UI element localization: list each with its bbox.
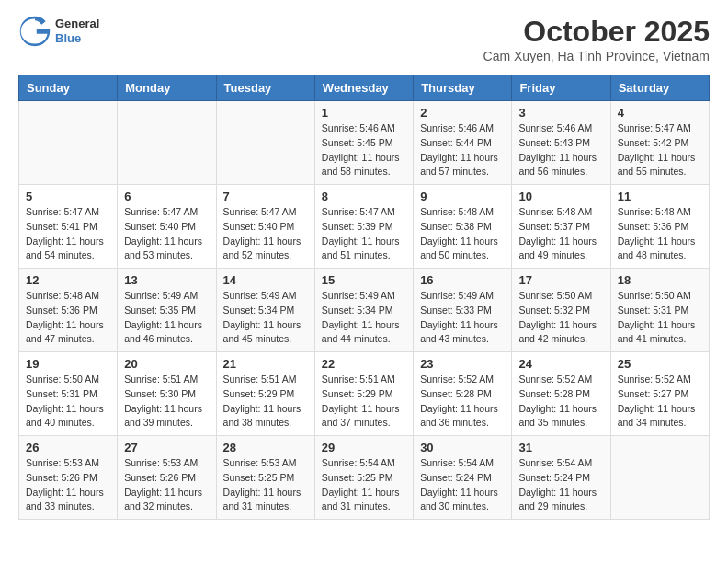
day-number: 28	[223, 441, 308, 454]
month-title: October 2025	[483, 15, 710, 49]
column-header-friday: Friday	[512, 75, 610, 101]
calendar-cell: 22Sunrise: 5:51 AM Sunset: 5:29 PM Dayli…	[314, 352, 413, 436]
column-header-sunday: Sunday	[19, 75, 118, 101]
day-number: 26	[26, 441, 110, 454]
day-info: Sunrise: 5:51 AM Sunset: 5:30 PM Dayligh…	[124, 373, 209, 431]
column-header-wednesday: Wednesday	[314, 75, 413, 101]
day-info: Sunrise: 5:49 AM Sunset: 5:34 PM Dayligh…	[322, 289, 406, 347]
day-number: 13	[124, 273, 209, 287]
day-number: 27	[124, 441, 209, 454]
calendar-cell: 26Sunrise: 5:53 AM Sunset: 5:26 PM Dayli…	[19, 436, 118, 520]
day-number: 22	[322, 357, 406, 371]
calendar-cell: 7Sunrise: 5:47 AM Sunset: 5:40 PM Daylig…	[216, 185, 314, 269]
calendar-cell: 13Sunrise: 5:49 AM Sunset: 5:35 PM Dayli…	[118, 269, 216, 352]
day-info: Sunrise: 5:46 AM Sunset: 5:44 PM Dayligh…	[420, 121, 505, 179]
calendar-week-row: 12Sunrise: 5:48 AM Sunset: 5:36 PM Dayli…	[19, 269, 710, 352]
column-header-saturday: Saturday	[610, 75, 709, 101]
day-info: Sunrise: 5:49 AM Sunset: 5:34 PM Dayligh…	[223, 289, 308, 347]
calendar-cell: 14Sunrise: 5:49 AM Sunset: 5:34 PM Dayli…	[216, 269, 314, 352]
day-info: Sunrise: 5:49 AM Sunset: 5:35 PM Dayligh…	[124, 289, 209, 347]
calendar-cell: 24Sunrise: 5:52 AM Sunset: 5:28 PM Dayli…	[512, 352, 610, 436]
calendar-cell: 2Sunrise: 5:46 AM Sunset: 5:44 PM Daylig…	[414, 101, 512, 185]
calendar-cell: 25Sunrise: 5:52 AM Sunset: 5:27 PM Dayli…	[610, 352, 709, 436]
day-number: 14	[223, 273, 308, 287]
day-info: Sunrise: 5:48 AM Sunset: 5:36 PM Dayligh…	[618, 205, 702, 263]
logo-icon	[18, 15, 51, 48]
day-info: Sunrise: 5:47 AM Sunset: 5:40 PM Dayligh…	[223, 205, 308, 263]
day-number: 2	[420, 106, 505, 120]
day-number: 4	[618, 106, 702, 120]
calendar-cell	[610, 436, 709, 520]
column-header-thursday: Thursday	[414, 75, 512, 101]
calendar-cell: 29Sunrise: 5:54 AM Sunset: 5:25 PM Dayli…	[314, 436, 413, 520]
calendar-cell: 3Sunrise: 5:46 AM Sunset: 5:43 PM Daylig…	[512, 101, 610, 185]
day-info: Sunrise: 5:52 AM Sunset: 5:28 PM Dayligh…	[420, 373, 505, 431]
day-info: Sunrise: 5:47 AM Sunset: 5:39 PM Dayligh…	[322, 205, 406, 263]
day-info: Sunrise: 5:50 AM Sunset: 5:32 PM Dayligh…	[518, 289, 603, 347]
day-number: 29	[322, 441, 406, 454]
calendar-cell: 12Sunrise: 5:48 AM Sunset: 5:36 PM Dayli…	[19, 269, 118, 352]
day-info: Sunrise: 5:47 AM Sunset: 5:40 PM Dayligh…	[124, 205, 209, 263]
calendar-cell: 17Sunrise: 5:50 AM Sunset: 5:32 PM Dayli…	[512, 269, 610, 352]
calendar-cell	[19, 101, 118, 185]
calendar-cell: 6Sunrise: 5:47 AM Sunset: 5:40 PM Daylig…	[118, 185, 216, 269]
day-info: Sunrise: 5:50 AM Sunset: 5:31 PM Dayligh…	[26, 373, 110, 431]
day-number: 1	[322, 106, 406, 120]
calendar-cell: 21Sunrise: 5:51 AM Sunset: 5:29 PM Dayli…	[216, 352, 314, 436]
calendar-week-row: 5Sunrise: 5:47 AM Sunset: 5:41 PM Daylig…	[19, 185, 710, 269]
day-number: 24	[518, 357, 603, 371]
day-number: 23	[420, 357, 505, 371]
day-number: 3	[518, 106, 603, 120]
calendar-cell: 10Sunrise: 5:48 AM Sunset: 5:37 PM Dayli…	[512, 185, 610, 269]
day-number: 19	[26, 357, 110, 371]
logo: General Blue	[18, 15, 99, 48]
day-info: Sunrise: 5:53 AM Sunset: 5:26 PM Dayligh…	[26, 456, 110, 514]
calendar-cell	[216, 101, 314, 185]
day-number: 5	[26, 190, 110, 203]
calendar-cell: 23Sunrise: 5:52 AM Sunset: 5:28 PM Dayli…	[414, 352, 512, 436]
day-number: 30	[420, 441, 505, 454]
title-block: October 2025 Cam Xuyen, Ha Tinh Province…	[483, 15, 710, 63]
day-info: Sunrise: 5:48 AM Sunset: 5:37 PM Dayligh…	[518, 205, 603, 263]
day-number: 10	[518, 190, 603, 203]
logo-general: General	[55, 17, 99, 31]
day-number: 7	[223, 190, 308, 203]
calendar-cell: 28Sunrise: 5:53 AM Sunset: 5:25 PM Dayli…	[216, 436, 314, 520]
calendar-table: SundayMondayTuesdayWednesdayThursdayFrid…	[18, 75, 710, 520]
calendar-cell: 19Sunrise: 5:50 AM Sunset: 5:31 PM Dayli…	[19, 352, 118, 436]
day-info: Sunrise: 5:46 AM Sunset: 5:43 PM Dayligh…	[518, 121, 603, 179]
calendar-cell: 16Sunrise: 5:49 AM Sunset: 5:33 PM Dayli…	[414, 269, 512, 352]
calendar-cell: 30Sunrise: 5:54 AM Sunset: 5:24 PM Dayli…	[414, 436, 512, 520]
calendar-cell: 1Sunrise: 5:46 AM Sunset: 5:45 PM Daylig…	[314, 101, 413, 185]
calendar-header-row: SundayMondayTuesdayWednesdayThursdayFrid…	[19, 75, 710, 101]
calendar-cell: 18Sunrise: 5:50 AM Sunset: 5:31 PM Dayli…	[610, 269, 709, 352]
calendar-cell: 9Sunrise: 5:48 AM Sunset: 5:38 PM Daylig…	[414, 185, 512, 269]
calendar-week-row: 19Sunrise: 5:50 AM Sunset: 5:31 PM Dayli…	[19, 352, 710, 436]
day-number: 16	[420, 273, 505, 287]
calendar-cell: 15Sunrise: 5:49 AM Sunset: 5:34 PM Dayli…	[314, 269, 413, 352]
day-info: Sunrise: 5:53 AM Sunset: 5:25 PM Dayligh…	[223, 456, 308, 514]
location: Cam Xuyen, Ha Tinh Province, Vietnam	[483, 49, 710, 63]
day-number: 21	[223, 357, 308, 371]
logo-blue: Blue	[55, 31, 99, 46]
day-info: Sunrise: 5:48 AM Sunset: 5:38 PM Dayligh…	[420, 205, 505, 263]
day-number: 17	[518, 273, 603, 287]
day-info: Sunrise: 5:47 AM Sunset: 5:41 PM Dayligh…	[26, 205, 110, 263]
page-header: General Blue October 2025 Cam Xuyen, Ha …	[18, 15, 710, 63]
day-number: 31	[518, 441, 603, 454]
day-info: Sunrise: 5:49 AM Sunset: 5:33 PM Dayligh…	[420, 289, 505, 347]
day-info: Sunrise: 5:51 AM Sunset: 5:29 PM Dayligh…	[223, 373, 308, 431]
day-number: 6	[124, 190, 209, 203]
day-number: 18	[618, 273, 702, 287]
day-info: Sunrise: 5:46 AM Sunset: 5:45 PM Dayligh…	[322, 121, 406, 179]
day-info: Sunrise: 5:48 AM Sunset: 5:36 PM Dayligh…	[26, 289, 110, 347]
day-number: 9	[420, 190, 505, 203]
calendar-cell: 27Sunrise: 5:53 AM Sunset: 5:26 PM Dayli…	[118, 436, 216, 520]
calendar-cell: 8Sunrise: 5:47 AM Sunset: 5:39 PM Daylig…	[314, 185, 413, 269]
logo-text: General Blue	[55, 17, 99, 45]
calendar-cell: 11Sunrise: 5:48 AM Sunset: 5:36 PM Dayli…	[610, 185, 709, 269]
day-info: Sunrise: 5:51 AM Sunset: 5:29 PM Dayligh…	[322, 373, 406, 431]
day-number: 25	[618, 357, 702, 371]
day-info: Sunrise: 5:52 AM Sunset: 5:28 PM Dayligh…	[518, 373, 603, 431]
day-number: 20	[124, 357, 209, 371]
